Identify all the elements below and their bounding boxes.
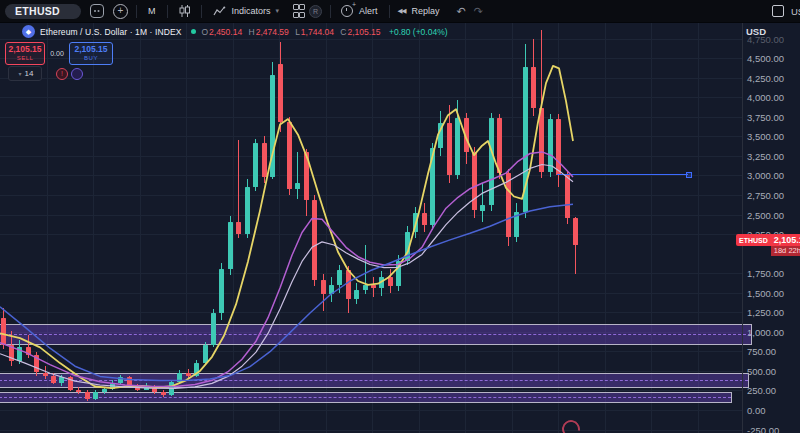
candle-body[interactable] xyxy=(253,143,258,188)
object-tree-expander-button[interactable]: ▾ 14 xyxy=(8,66,42,81)
candle-body[interactable] xyxy=(17,347,22,361)
candle-body[interactable] xyxy=(337,270,342,285)
candle-body[interactable] xyxy=(480,205,485,211)
candle-body[interactable] xyxy=(76,390,81,393)
price-axis-currency[interactable]: USD xyxy=(746,26,766,37)
candle-body[interactable] xyxy=(388,277,393,286)
candle-body[interactable] xyxy=(447,123,452,175)
candle-body[interactable] xyxy=(455,118,460,176)
candle-body[interactable] xyxy=(211,313,216,345)
candle-body[interactable] xyxy=(556,119,561,175)
price-axis-label[interactable]: 500.00 xyxy=(747,366,776,377)
candle-body[interactable] xyxy=(539,108,544,172)
horizontal-price-line[interactable] xyxy=(557,174,688,175)
candle-body[interactable] xyxy=(548,119,553,172)
candle-body[interactable] xyxy=(396,261,401,286)
indicators-icon[interactable] xyxy=(213,6,226,17)
chart-style-candles-icon[interactable] xyxy=(179,5,190,17)
candle-body[interactable] xyxy=(102,389,107,392)
candle-body[interactable] xyxy=(34,355,39,372)
candle-body[interactable] xyxy=(438,123,443,148)
candle-body[interactable] xyxy=(161,392,166,395)
price-axis-label[interactable]: 4,500.00 xyxy=(747,53,784,64)
replay-icon[interactable]: ◀◀ xyxy=(398,7,406,15)
candle-body[interactable] xyxy=(203,345,208,363)
price-axis-label[interactable]: 3,500.00 xyxy=(747,131,784,142)
price-axis-label[interactable]: 0.00 xyxy=(747,405,766,416)
candle-body[interactable] xyxy=(177,373,182,382)
candle-body[interactable] xyxy=(144,386,149,390)
candle-body[interactable] xyxy=(219,269,224,313)
price-axis-label[interactable]: 3,250.00 xyxy=(747,151,784,162)
candle-body[interactable] xyxy=(169,382,174,395)
alert-button[interactable]: Alert xyxy=(359,6,378,16)
candle-body[interactable] xyxy=(152,386,157,392)
indicator-templates-icon[interactable] xyxy=(293,4,303,18)
horizontal-line-handle[interactable] xyxy=(686,172,692,178)
candle-body[interactable] xyxy=(9,345,14,361)
candle-body[interactable] xyxy=(1,318,6,345)
candle-body[interactable] xyxy=(506,173,511,237)
candle-body[interactable] xyxy=(523,67,528,213)
chart-pane[interactable]: USD ETHUSD 2,105.15 18d 22h 4,750.004,50… xyxy=(0,0,800,433)
sell-button[interactable]: 2,105.15 SELL xyxy=(5,42,45,65)
price-axis-label[interactable]: 3,750.00 xyxy=(747,112,784,123)
candle-body[interactable] xyxy=(497,118,502,173)
candle-body[interactable] xyxy=(85,392,90,399)
redo-icon[interactable]: ↷ xyxy=(474,5,483,18)
candle-body[interactable] xyxy=(379,277,384,288)
purple-indicator-icon[interactable] xyxy=(71,68,83,80)
layout-square-icon[interactable] xyxy=(772,5,784,17)
candle-body[interactable] xyxy=(363,285,368,290)
alert-clock-icon[interactable] xyxy=(341,5,353,17)
candle-body[interactable] xyxy=(321,280,326,294)
candle-body[interactable] xyxy=(489,118,494,205)
candle-body[interactable] xyxy=(287,122,292,189)
candle-body[interactable] xyxy=(565,175,570,218)
buy-button[interactable]: 2,105.15 BUY xyxy=(69,42,113,65)
candle-body[interactable] xyxy=(472,152,477,211)
candle-body[interactable] xyxy=(135,386,140,390)
candle-body[interactable] xyxy=(573,218,578,245)
price-axis-label[interactable]: 4,000.00 xyxy=(747,92,784,103)
price-axis-label[interactable]: 1,500.00 xyxy=(747,288,784,299)
candle-body[interactable] xyxy=(245,187,250,234)
candle-body[interactable] xyxy=(278,64,283,123)
warning-indicator-icon[interactable]: ! xyxy=(56,68,68,80)
candle-body[interactable] xyxy=(59,377,64,383)
indicators-button[interactable]: Indicators xyxy=(232,6,271,16)
candle-body[interactable] xyxy=(236,222,241,234)
price-axis-label[interactable]: -250.00 xyxy=(747,425,779,433)
candle-body[interactable] xyxy=(304,152,309,200)
price-axis-label[interactable]: 1,750.00 xyxy=(747,268,784,279)
candle-body[interactable] xyxy=(354,290,359,299)
support-zone-band[interactable] xyxy=(0,324,752,345)
timeframe-button[interactable]: M xyxy=(145,6,159,16)
candle-body[interactable] xyxy=(346,270,351,299)
price-axis-label[interactable]: 1,000.00 xyxy=(747,327,784,338)
candle-body[interactable] xyxy=(531,67,536,108)
replay-button[interactable]: Replay xyxy=(412,6,440,16)
candle-body[interactable] xyxy=(295,183,300,189)
candle-body[interactable] xyxy=(371,285,376,288)
price-axis-label[interactable]: 1,250.00 xyxy=(747,307,784,318)
candle-body[interactable] xyxy=(514,212,519,237)
candle-body[interactable] xyxy=(110,383,115,389)
price-axis-label[interactable]: 2,500.00 xyxy=(747,210,784,221)
candle-body[interactable] xyxy=(464,118,469,152)
candle-body[interactable] xyxy=(118,377,123,383)
undo-icon[interactable]: ↶ xyxy=(457,5,466,18)
compare-add-icon[interactable]: + xyxy=(113,4,128,19)
price-axis-label[interactable]: 3,000.00 xyxy=(747,170,784,181)
symbol-title[interactable]: Ethereum / U.S. Dollar · 1M · INDEX xyxy=(40,27,181,37)
price-axis-label[interactable]: 250.00 xyxy=(747,385,776,396)
candle-body[interactable] xyxy=(93,392,98,399)
layout-badge-icon[interactable]: R xyxy=(309,5,322,18)
candle-body[interactable] xyxy=(127,377,132,386)
candle-body[interactable] xyxy=(262,143,267,177)
symbol-badge-icon[interactable] xyxy=(90,4,104,18)
price-axis-label[interactable]: 750.00 xyxy=(747,346,776,357)
candle-body[interactable] xyxy=(312,200,317,281)
support-zone-band[interactable] xyxy=(0,392,732,403)
candle-body[interactable] xyxy=(194,363,199,376)
